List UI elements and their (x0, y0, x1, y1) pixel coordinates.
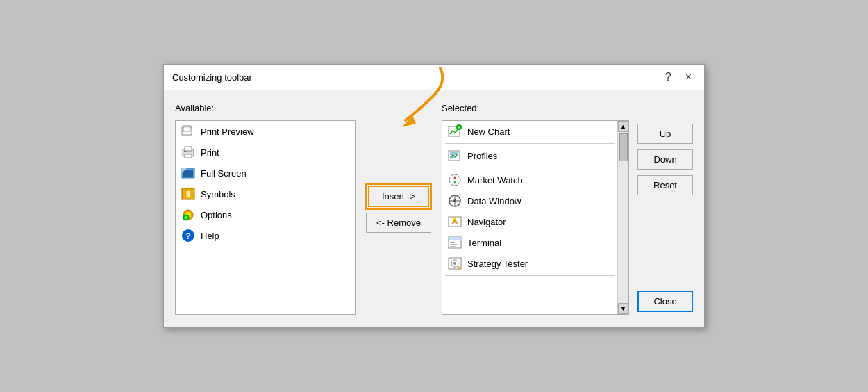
list-item[interactable]: Options (176, 204, 355, 225)
svg-rect-4 (185, 147, 192, 151)
svg-rect-24 (450, 156, 455, 158)
list-item-label: Terminal (467, 238, 501, 248)
list-item-label: Full Screen (201, 168, 247, 179)
svg-rect-37 (449, 237, 461, 240)
navigator-icon (448, 215, 462, 229)
svg-point-32 (453, 199, 456, 202)
title-bar-controls: ? × (661, 70, 696, 84)
list-item[interactable]: Strategy Tester (442, 253, 617, 274)
svg-marker-18 (402, 115, 416, 127)
svg-text:?: ? (185, 231, 191, 241)
scroll-thumb[interactable] (619, 133, 628, 161)
svg-text:$: $ (186, 190, 190, 198)
svg-point-35 (453, 217, 456, 220)
list-item[interactable]: Print (176, 142, 355, 163)
help-button[interactable]: ? (661, 70, 676, 84)
svg-point-44 (453, 262, 456, 265)
list-item-label: Profiles (467, 151, 497, 161)
list-item[interactable]: Navigator (442, 211, 617, 232)
svg-text:+: + (458, 124, 461, 131)
data-window-icon (448, 194, 462, 208)
selected-listbox[interactable]: + New Chart (442, 120, 629, 315)
svg-rect-6 (184, 151, 186, 152)
separator (445, 168, 615, 168)
list-item-label: Data Window (467, 196, 521, 206)
close-window-button[interactable]: × (681, 70, 696, 84)
dialog-content: Available: Print Preview (164, 90, 704, 327)
list-item-label: New Chart (467, 126, 510, 137)
reset-button[interactable]: Reset (637, 175, 693, 195)
list-item-label: Navigator (467, 217, 506, 227)
list-item-label: Options (201, 210, 232, 220)
list-item-label: Strategy Tester (467, 259, 528, 269)
market-watch-icon (448, 173, 462, 187)
svg-rect-8 (183, 170, 193, 177)
remove-button[interactable]: <- Remove (366, 213, 431, 233)
svg-rect-5 (185, 154, 192, 158)
available-panel: Available: Print Preview (175, 103, 356, 315)
list-item-label: Help (201, 231, 219, 241)
full-screen-icon (181, 166, 195, 180)
list-item-label: Print (201, 147, 219, 158)
list-item[interactable]: Profiles (442, 145, 617, 166)
selected-label: Selected: (442, 103, 629, 113)
list-item[interactable]: + New Chart (442, 121, 617, 142)
insert-button[interactable]: Insert -> (368, 186, 429, 207)
list-item[interactable]: ? Help (176, 225, 355, 246)
help-icon: ? (181, 229, 195, 243)
middle-buttons-panel: Insert -> <- Remove (364, 103, 433, 315)
list-item[interactable]: Data Window (442, 190, 617, 211)
svg-rect-23 (450, 152, 457, 155)
scroll-down-arrow[interactable]: ▼ (618, 303, 629, 314)
scrollbar[interactable]: ▲ ▼ (617, 121, 628, 314)
print-icon (181, 145, 195, 159)
svg-point-15 (185, 216, 187, 219)
available-label: Available: (175, 103, 356, 113)
new-chart-icon: + (448, 124, 462, 138)
title-bar: Customizing toolbar ? × (164, 65, 704, 90)
list-item-label: Symbols (201, 189, 235, 199)
dialog-title: Customizing toolbar (172, 72, 252, 83)
list-item[interactable]: Market Watch (442, 170, 617, 190)
print-preview-icon (181, 124, 195, 138)
separator (445, 275, 615, 276)
scroll-up-arrow[interactable]: ▲ (618, 121, 629, 132)
customizing-toolbar-dialog: Customizing toolbar ? × Available: (163, 64, 705, 328)
right-buttons-panel: Up Down Reset Close (637, 103, 693, 315)
terminal-icon (448, 236, 462, 250)
options-icon (181, 208, 195, 222)
down-button[interactable]: Down (637, 149, 693, 170)
separator (445, 143, 615, 144)
list-item-label: Print Preview (201, 126, 254, 137)
list-item[interactable]: Print Preview (176, 121, 355, 142)
list-item[interactable]: Terminal (442, 232, 617, 253)
strategy-tester-icon (448, 256, 462, 270)
right-buttons-top: Up Down Reset (637, 124, 693, 195)
list-item-label: Market Watch (467, 175, 523, 186)
up-button[interactable]: Up (637, 124, 693, 144)
symbols-icon: $ (181, 187, 195, 201)
available-listbox[interactable]: Print Preview Print (175, 120, 356, 315)
selected-panel: Selected: + New Chart (442, 103, 629, 315)
profiles-icon (448, 149, 462, 163)
list-item[interactable]: $ Symbols (176, 183, 355, 204)
list-item[interactable]: Full Screen (176, 163, 355, 183)
close-dialog-button[interactable]: Close (637, 291, 693, 312)
svg-rect-2 (183, 126, 190, 127)
